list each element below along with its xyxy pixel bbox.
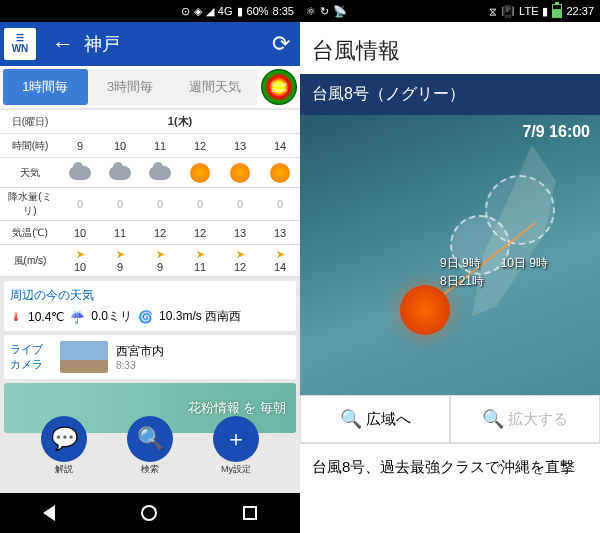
table-cell: 0 [260,196,300,212]
magnifier-plus-icon: 🔍 [482,408,504,430]
network-label: 4G [218,5,233,17]
cloud-icon [149,166,171,180]
sync-icon: ↻ [320,5,329,18]
date-label: 日(曜日) [0,113,60,131]
map-timestamp: 7/9 16:00 [522,123,590,141]
battery-icon: ▮ [237,5,243,18]
app-header: ☰ WN ← 神戸 ⟳ [0,22,300,66]
status-bar-right: ⚛ ↻ 📡 ⧖ 📳 LTE ▮ 22:37 [300,0,600,22]
typhoon-name-bar: 台風8号（ノグリー） [300,74,600,115]
thermometer-icon: 🌡 [10,310,22,324]
table-cell: 9 [60,138,100,154]
clock: 22:37 [566,5,594,17]
nav-explanation-button[interactable]: 💬解説 [41,416,87,462]
vibrate-icon: 📳 [501,5,515,18]
wind-arrow-icon: ➤ [276,248,285,261]
wind-icon: 🌀 [138,310,153,324]
map-label-3: 8日21時 [440,273,484,290]
around-title: 周辺の今の天気 [10,287,290,304]
table-cell: 14 [260,138,300,154]
reload-button[interactable]: ⟳ [272,31,290,57]
location-icon: ⊙ [181,5,190,18]
table-cell: 0 [140,196,180,212]
map-controls: 🔍 広域へ 🔍 拡大する [300,395,600,443]
tab-3hourly[interactable]: 3時間毎 [88,69,173,105]
table-cell [60,161,100,185]
lte-label: LTE [519,5,538,17]
live-camera-place: 西宮市内 [116,343,164,360]
sun-icon [230,163,250,183]
zoom-out-button[interactable]: 🔍 広域へ [300,395,450,443]
live-camera-thumbnail [60,341,108,373]
typhoon-center-icon [400,285,450,335]
table-cell: 11 [100,225,140,241]
nav-settings-button[interactable]: ＋My設定 [213,416,259,462]
tower-icon: 📡 [333,5,347,18]
table-cell [100,161,140,185]
table-cell: 12 [140,225,180,241]
android-recent-button[interactable] [243,506,257,520]
temp-row: 気温(℃) 101112121313 [0,221,300,245]
table-cell: 11 [140,138,180,154]
tab-weekly[interactable]: 週間天気 [172,69,257,105]
table-cell [180,161,220,185]
date-value: 1(木) [60,112,300,131]
location-title: 神戸 [84,32,272,56]
back-button[interactable]: ← [52,31,74,57]
bluetooth-icon: ⧖ [489,5,497,18]
superzoom-button[interactable]: SuperZoom [261,69,297,105]
signal-icon: ◢ [206,5,214,18]
table-cell: 13 [220,138,260,154]
wind-arrow-icon: ➤ [116,248,125,261]
live-camera-card[interactable]: ライブカメラ 西宮市内 8:33 [4,335,296,379]
rain-icon: ☔ [70,310,85,324]
table-cell: 0 [180,196,220,212]
forecast-tabs: 1時間毎 3時間毎 週間天気 SuperZoom [0,66,300,108]
table-cell: 13 [220,225,260,241]
table-cell: ➤9 [140,246,180,275]
precip-row: 降水量(ミリ) 000000 [0,188,300,221]
map-label-1: 9日 9時10日 9時 [440,255,548,272]
around-rain: 0.0ミリ [91,308,132,325]
battery-percent: 60% [247,5,269,17]
table-cell: 0 [60,196,100,212]
android-back-button[interactable] [43,505,55,521]
table-cell [260,161,300,185]
typhoon-map[interactable]: 7/9 16:00 9日 9時10日 9時 8日21時 [300,115,600,395]
android-home-button[interactable] [141,505,157,521]
wind-arrow-icon: ➤ [196,248,205,261]
table-cell: ➤12 [220,246,260,275]
menu-button[interactable]: ☰ WN [4,28,36,60]
table-cell: ➤10 [60,246,100,275]
atom-icon: ⚛ [306,5,316,18]
table-cell: 10 [60,225,100,241]
forecast-table: 日(曜日) 1(木) 時間(時) 91011121314 天気 降水量(ミリ) … [0,110,300,277]
page-title: 台風情報 [300,22,600,74]
table-cell: 0 [100,196,140,212]
tab-hourly[interactable]: 1時間毎 [3,69,88,105]
zoom-in-button[interactable]: 🔍 拡大する [450,395,600,443]
chat-icon: 💬 [51,426,78,452]
table-cell: 12 [180,138,220,154]
table-cell: ➤11 [180,246,220,275]
sun-icon [190,163,210,183]
android-nav-bar [0,493,300,533]
table-cell: 12 [180,225,220,241]
search-icon: 🔍 [137,426,164,452]
wind-arrow-icon: ➤ [76,248,85,261]
signal-icon: ▮ [542,5,548,18]
live-camera-label: ライブカメラ [10,342,52,372]
around-wind: 10.3m/s 西南西 [159,308,241,325]
news-headline[interactable]: 台風8号、過去最強クラスで沖縄を直撃 [300,443,600,489]
bottom-nav: 💬解説 🔍検索 ＋My設定 [0,413,300,465]
around-weather-card[interactable]: 周辺の今の天気 🌡10.4℃ ☔0.0ミリ 🌀10.3m/s 西南西 [4,281,296,331]
plus-icon: ＋ [225,424,247,454]
table-cell: ➤14 [260,246,300,275]
wind-arrow-icon: ➤ [156,248,165,261]
table-cell [140,161,180,185]
magnifier-minus-icon: 🔍 [340,408,362,430]
nav-search-button[interactable]: 🔍検索 [127,416,173,462]
logo-text: WN [12,44,29,54]
live-camera-time: 8:33 [116,360,164,371]
sun-icon [270,163,290,183]
